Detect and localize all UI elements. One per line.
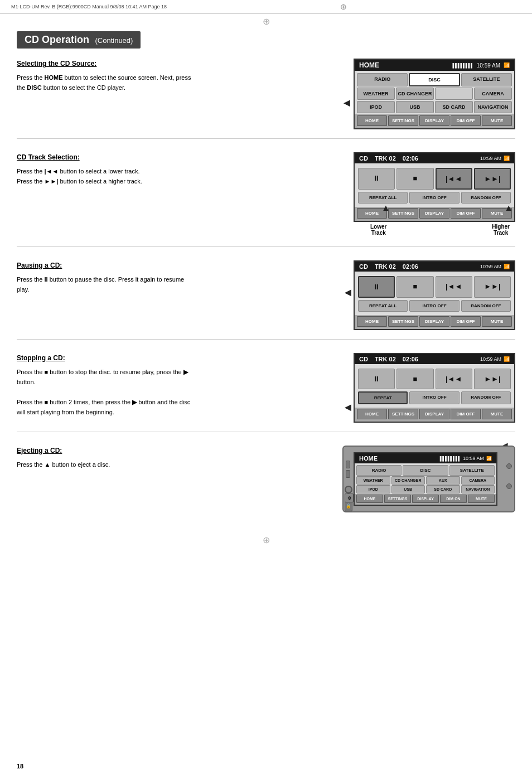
cd-pause-foot-dimoff[interactable]: DIM OFF xyxy=(451,316,481,327)
page-title-continued: (Continued) xyxy=(95,36,133,45)
home-btn-usb[interactable]: USB xyxy=(396,101,434,113)
cd-stop-opt-random[interactable]: RANDOM OFF xyxy=(461,391,511,404)
cd-stop-btn-prev[interactable]: |◄◄ xyxy=(436,369,472,389)
cd-pause-foot-settings[interactable]: SETTINGS xyxy=(388,316,418,327)
home-btn-cdchanger[interactable]: CD CHANGER xyxy=(396,88,434,100)
cd-stop-btn-pause[interactable]: II xyxy=(358,369,395,389)
cd-pause-screen-wrap: ◄ CD TRK 02 02:06 10:59 AM 📶 xyxy=(354,260,515,330)
eject-btn-navigation[interactable]: NAVIGATION xyxy=(461,485,495,493)
top-right-circle xyxy=(506,463,512,469)
cd-pause-foot-display[interactable]: DISPLAY xyxy=(419,316,449,327)
track-labels: LowerTrack HigherTrack xyxy=(354,222,515,238)
eject-foot-mute[interactable]: MUTE xyxy=(468,495,495,503)
home-btn-empty xyxy=(435,88,473,100)
cd-opt-intro[interactable]: INTRO OFF xyxy=(409,192,459,204)
crosshair-top-center: ⊕ xyxy=(263,16,270,27)
section-pausing: Pausing a CD: Press the II button to pau… xyxy=(17,260,515,340)
home-time: 10:59 AM xyxy=(477,62,500,69)
cd-foot-display[interactable]: DISPLAY xyxy=(419,208,449,219)
eject-foot-home[interactable]: HOME xyxy=(356,495,383,503)
cd-stop-foot-settings[interactable]: SETTINGS xyxy=(388,409,418,419)
cd-stop-icon: 📶 xyxy=(504,356,510,362)
home-btn-navigation[interactable]: NAVIGATION xyxy=(474,101,512,113)
cd-pause-header: CD TRK 02 02:06 10:59 AM 📶 xyxy=(355,262,514,272)
cd-pause-opt-random[interactable]: RANDOM OFF xyxy=(461,300,511,312)
cd-pause-btn-stop[interactable]: ■ xyxy=(396,276,433,298)
home-foot-display[interactable]: DISPLAY xyxy=(419,115,449,126)
bottom-right-circle xyxy=(506,483,512,489)
eject-btn-aux[interactable]: AUX xyxy=(426,476,460,485)
cd-pause-btn-pause[interactable]: II xyxy=(358,276,395,298)
home-foot-home[interactable]: HOME xyxy=(357,115,387,126)
eject-btn-ipod[interactable]: IPOD xyxy=(356,485,390,493)
cd-pause-icon: 📶 xyxy=(504,264,510,269)
eject-btn-weather[interactable]: WEATHER xyxy=(356,476,390,485)
cd-pause-foot-home[interactable]: HOME xyxy=(357,316,387,327)
crosshair-bottom-center: ⊕ xyxy=(263,535,270,545)
home-foot-mute[interactable]: MUTE xyxy=(482,115,512,126)
eject-btn-radio[interactable]: RADIO xyxy=(356,465,402,476)
home-btn-satellite[interactable]: SATELLITE xyxy=(461,73,512,86)
section-track-p1: Press the |◄◄ button to select a lower t… xyxy=(17,166,197,176)
home-btn-sdcard[interactable]: SD CARD xyxy=(435,101,473,113)
disc-arrow-indicator: ◄ xyxy=(341,96,352,109)
cd-pause-foot-mute[interactable]: MUTE xyxy=(482,316,512,327)
section-track-image: ▲ ▲ CD TRK 02 02:06 10:59 AM 📶 xyxy=(206,152,515,238)
side-btn-1[interactable] xyxy=(346,461,350,468)
cd-stop-foot-dimoff[interactable]: DIM OFF xyxy=(451,409,481,419)
eject-btn-cdchanger[interactable]: CD CHANGER xyxy=(391,476,425,485)
cd-btn-pause[interactable]: II xyxy=(358,168,395,190)
cd-stop-header: CD TRK 02 02:06 10:59 AM 📶 xyxy=(355,354,514,364)
cd-btn-stop[interactable]: ■ xyxy=(396,168,433,190)
cd-btn-prev[interactable]: |◄◄ xyxy=(436,168,472,190)
cd-stop-btn-stop[interactable]: ■ xyxy=(396,369,433,389)
cd-opt-random[interactable]: RANDOM OFF xyxy=(461,192,511,204)
cd-stop-opt-repeat[interactable]: REPEAT xyxy=(358,391,408,404)
eject-btn-camera[interactable]: CAMERA xyxy=(461,476,495,485)
side-btn-2[interactable] xyxy=(346,470,350,478)
cd-stop-foot-mute[interactable]: MUTE xyxy=(482,409,512,419)
cd-pause-btn-prev[interactable]: |◄◄ xyxy=(436,276,472,298)
eject-btn-disc[interactable]: DISC xyxy=(403,465,448,476)
left-dial[interactable] xyxy=(345,486,352,493)
home-screen-wrap: ◄ HOME ▌▌▌▌▌▌▌▌ 10:59 AM 📶 RADIO xyxy=(354,59,515,129)
cd-pause-opt-intro[interactable]: INTRO OFF xyxy=(409,300,459,312)
cd-foot-dimoff[interactable]: DIM OFF xyxy=(451,208,481,219)
eject-foot-settings[interactable]: SETTINGS xyxy=(384,495,411,503)
section-track-text: CD Track Selection: Press the |◄◄ button… xyxy=(17,152,206,186)
section-ejecting-heading: Ejecting a CD: xyxy=(17,446,197,457)
cd-pause-screen: CD TRK 02 02:06 10:59 AM 📶 II ■ |◄◄ xyxy=(354,260,515,330)
lower-track-arrow: ▲ xyxy=(381,203,390,213)
home-btn-disc[interactable]: DISC xyxy=(409,73,460,86)
cd-stop-opt-intro[interactable]: INTRO OFF xyxy=(409,391,459,404)
cd-pause-btn-next[interactable]: ►►| xyxy=(474,276,511,298)
cd-foot-settings[interactable]: SETTINGS xyxy=(388,208,418,219)
eject-foot-dimon[interactable]: DIM ON xyxy=(440,495,467,503)
section-ejecting-text: Ejecting a CD: Press the ▲ button to eje… xyxy=(17,446,206,470)
cd-btn-next[interactable]: ►►| xyxy=(474,168,511,190)
section-selecting-heading: Selecting the CD Source: xyxy=(17,59,197,70)
home-btn-ipod[interactable]: IPOD xyxy=(357,101,395,113)
cd-stop-foot-home[interactable]: HOME xyxy=(357,409,387,419)
crosshair-top: ⊕ xyxy=(340,2,347,11)
eject-btn-sdcard[interactable]: SD CARD xyxy=(426,485,460,493)
cd-pause-opt-repeat[interactable]: REPEAT ALL xyxy=(358,300,408,312)
eject-foot-display[interactable]: DISPLAY xyxy=(412,495,439,503)
cd-stop-btn-next[interactable]: ►►| xyxy=(474,369,511,389)
section-ejecting-image: ◄ 🔒 ⚙ xyxy=(206,446,515,512)
home-btn-camera[interactable]: CAMERA xyxy=(474,88,512,100)
home-foot-settings[interactable]: SETTINGS xyxy=(388,115,418,126)
eject-btn-usb[interactable]: USB xyxy=(391,485,425,493)
cd-stop-foot-display[interactable]: DISPLAY xyxy=(419,409,449,419)
eject-time: 10:59 AM xyxy=(463,456,484,461)
home-btn-radio[interactable]: RADIO xyxy=(357,73,408,86)
cd-trk: TRK 02 xyxy=(375,155,396,162)
home-btn-weather[interactable]: WEATHER xyxy=(357,88,395,100)
eject-btn-satellite[interactable]: SATELLITE xyxy=(449,465,495,476)
section-pausing-p1: Press the II button to pause the disc. P… xyxy=(17,274,197,294)
cd-opt-repeat[interactable]: REPEAT ALL xyxy=(358,192,408,204)
home-foot-dimoff[interactable]: DIM OFF xyxy=(451,115,481,126)
section-stopping-p1: Press the ■ button to stop the disc. to … xyxy=(17,367,197,387)
pause-arrow: ◄ xyxy=(342,286,354,299)
cd-label: CD xyxy=(359,155,368,162)
